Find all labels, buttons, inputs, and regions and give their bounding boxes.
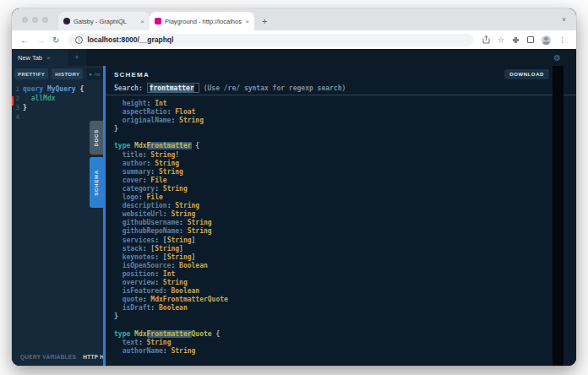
new-tab-button[interactable]: +	[262, 12, 267, 30]
prettify-button[interactable]: PRETTIFY	[14, 68, 48, 79]
toolbar-icons: ☆ ⋮	[482, 35, 566, 45]
download-button[interactable]: DOWNLOAD	[504, 69, 549, 79]
schema-code-line: type MdxFrontmatterQuote {	[114, 330, 576, 339]
search-value: frontmatter	[150, 84, 194, 92]
tab-search-chevron-icon[interactable]: ∨	[562, 8, 566, 30]
schema-code-line: text: String	[114, 339, 576, 347]
schema-code-line: isFeatured: Boolean	[114, 287, 576, 296]
schema-code-line: cover: File	[114, 177, 576, 185]
code-text: query MyQuery {	[23, 85, 84, 93]
line-number: 1	[12, 85, 23, 93]
profile-avatar[interactable]	[542, 35, 551, 45]
schema-code-line: websiteUrl: String	[114, 210, 576, 219]
back-icon[interactable]: ←	[20, 35, 29, 45]
history-button[interactable]: HISTORY	[52, 68, 83, 79]
schema-code-line: height: Int	[114, 100, 576, 108]
schema-code-line: keynotes: [String]	[114, 253, 576, 262]
session-tab-label: New Tab	[18, 54, 42, 62]
endpoint-status-dot-icon: ●	[89, 72, 92, 77]
schema-side-tab[interactable]: SCHEMA	[90, 157, 103, 208]
settings-gear-icon[interactable]: ⚙	[553, 49, 561, 66]
schema-code-line: githubUsername: String	[114, 219, 576, 227]
schema-code-line	[114, 321, 576, 329]
query-editor-panel: PRETTIFY HISTORY ● htt 1query MyQuery {2…	[12, 66, 103, 366]
maximize-window-button[interactable]	[42, 17, 48, 23]
bookmark-star-icon[interactable]: ☆	[498, 35, 504, 44]
search-input[interactable]: frontmatter	[147, 83, 199, 93]
schema-code-line: category: String	[114, 185, 576, 193]
schema-code-viewer[interactable]: height: Int aspectRatio: Float originalN…	[106, 95, 576, 356]
forward-icon[interactable]: →	[36, 35, 45, 45]
traffic-lights	[12, 8, 58, 30]
http-headers-button[interactable]: HTTP HEADERS	[83, 354, 103, 360]
schema-code-line	[114, 133, 576, 142]
schema-code-line: authorName: String	[114, 347, 576, 356]
code-text: allMdx	[23, 95, 56, 102]
schema-code-line: overview: String	[114, 279, 576, 287]
schema-panel: SCHEMA DOWNLOAD Search: frontmatter (Use…	[106, 66, 576, 366]
editor-line: 4	[12, 112, 103, 122]
url-input[interactable]: i localhost:8000/__graphql	[68, 34, 474, 46]
editor-footer: QUERY VARIABLES HTTP HEADERS	[20, 354, 103, 360]
schema-code-line: isDraft: Boolean	[114, 304, 576, 312]
schema-panel-title: SCHEMA	[114, 71, 150, 79]
schema-code-line: logo: File	[114, 193, 576, 202]
schema-code-line: services: [String]	[114, 236, 576, 245]
extensions-icon[interactable]	[512, 36, 520, 44]
schema-code-line: title: String!	[114, 151, 576, 160]
tab-close-icon[interactable]: ×	[245, 18, 249, 25]
search-label: Search:	[114, 84, 143, 92]
tab-title: Playground - http://localhost:8	[165, 18, 242, 25]
schema-code-line: author: String	[114, 160, 576, 168]
session-close-icon[interactable]: ×	[46, 54, 51, 62]
schema-code-line: description: String	[114, 202, 576, 210]
docs-side-tab-label: DOCS	[94, 129, 99, 147]
playground-content: PRETTIFY HISTORY ● htt 1query MyQuery {2…	[12, 66, 576, 366]
browser-tab-gatsby[interactable]: Gatsby - GraphiQL ×	[58, 12, 150, 30]
editor-line: 3}	[12, 103, 103, 112]
schema-code-line: }	[114, 125, 576, 133]
tab-title: Gatsby - GraphiQL	[74, 18, 137, 25]
schema-code-line: githubRepoName: String	[114, 227, 576, 236]
address-bar: ← → ↻ i localhost:8000/__graphql ☆ ⋮	[12, 30, 576, 49]
playground-topbar: New Tab × + ⚙	[12, 49, 576, 66]
add-session-button[interactable]: +	[68, 49, 86, 66]
schema-code-line: position: Int	[114, 270, 576, 279]
url-text: localhost:8000/__graphql	[87, 35, 173, 44]
share-icon[interactable]	[482, 35, 490, 44]
schema-code-line: type MdxFrontmatter {	[114, 142, 576, 150]
tab-preview-icon[interactable]	[527, 36, 534, 43]
schema-code-line: stack: [String]	[114, 245, 576, 253]
schema-code-line: quote: MdxFrontmatterQuote	[114, 296, 576, 304]
docs-side-tab[interactable]: DOCS	[90, 121, 103, 155]
schema-code-line: summary: String	[114, 168, 576, 177]
session-tab[interactable]: New Tab ×	[12, 49, 68, 66]
minimize-window-button[interactable]	[32, 17, 38, 23]
endpoint-url-text: htt	[95, 72, 101, 77]
schema-code-line: aspectRatio: Float	[114, 108, 576, 117]
browser-menu-icon[interactable]: ⋮	[558, 35, 566, 44]
gatsby-favicon-icon	[63, 18, 70, 24]
schema-side-tab-label: SCHEMA	[94, 170, 99, 196]
code-text: }	[23, 104, 27, 111]
schema-header: SCHEMA DOWNLOAD	[106, 66, 576, 81]
browser-tab-playground[interactable]: Playground - http://localhost:8 ×	[150, 12, 254, 30]
schema-search-row: Search: frontmatter (Use /re/ syntax for…	[106, 81, 576, 95]
tab-close-icon[interactable]: ×	[140, 18, 144, 25]
site-info-icon[interactable]: i	[75, 36, 83, 44]
browser-window: Gatsby - GraphiQL × Playground - http://…	[12, 8, 576, 366]
query-variables-button[interactable]: QUERY VARIABLES	[20, 354, 76, 360]
schema-scrollbar[interactable]	[553, 66, 564, 366]
editor-toolbar: PRETTIFY HISTORY ● htt	[12, 66, 103, 80]
error-marker	[12, 96, 14, 106]
query-editor[interactable]: 1query MyQuery {2 allMdx3}4	[12, 84, 103, 122]
browser-tab-strip: Gatsby - GraphiQL × Playground - http://…	[12, 8, 576, 30]
schema-code-line: originalName: String	[114, 117, 576, 125]
schema-code-line: }	[114, 312, 576, 321]
close-window-button[interactable]	[22, 17, 28, 23]
search-hint: (Use /re/ syntax for regexp search)	[204, 84, 346, 92]
reload-icon[interactable]: ↻	[52, 35, 59, 45]
editor-line: 1query MyQuery {	[12, 84, 103, 94]
line-number: 4	[12, 113, 23, 121]
endpoint-input[interactable]: ● htt	[86, 68, 103, 79]
